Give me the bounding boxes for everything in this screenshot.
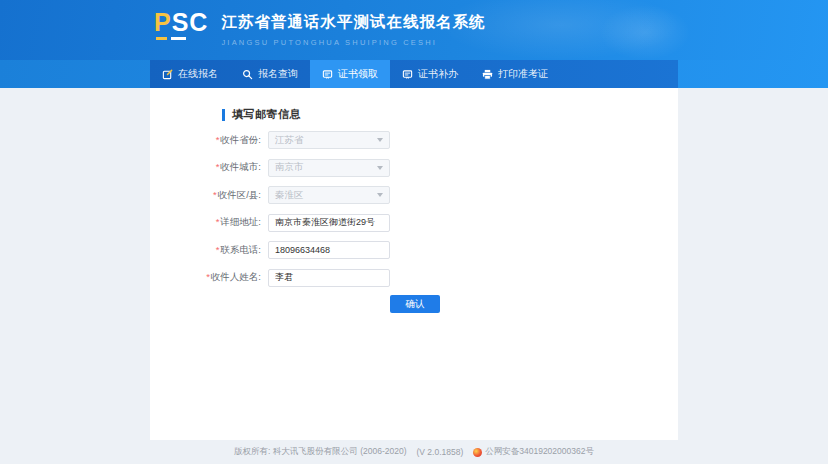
psc-logo: PSC	[154, 9, 208, 40]
chevron-down-icon	[377, 193, 383, 197]
logo-letter-p: P	[154, 8, 172, 36]
form-row-address: *详细地址:	[150, 214, 678, 232]
tab-certificate-collection[interactable]: 证书领取	[310, 60, 390, 88]
nav-band: 在线报名 报名查询 证	[150, 60, 678, 88]
logo-letters-sc: SC	[172, 8, 209, 36]
site-titles: 江苏省普通话水平测试在线报名系统 JIANGSU PUTONGHUA SHUIP…	[221, 9, 485, 47]
logo-underline-yellow	[156, 37, 167, 40]
field-label: *收件省份:	[150, 134, 268, 147]
province-select-value: 江苏省	[275, 134, 304, 147]
certificate-icon	[322, 69, 333, 80]
field-label: *收件区/县:	[150, 189, 268, 202]
section-accent-bar	[222, 109, 225, 121]
field-label: *详细地址:	[150, 216, 268, 229]
beian-text: 公网安备34019202000362号	[485, 446, 594, 458]
brand: PSC 江苏省普通话水平测试在线报名系统 JIANGSU PUTONGHUA S…	[154, 9, 485, 47]
site-subtitle: JIANGSU PUTONGHUA SHUIPING CESHI	[221, 38, 485, 47]
app-window: PSC 江苏省普通话水平测试在线报名系统 JIANGSU PUTONGHUA S…	[0, 0, 828, 464]
form-row-province: *收件省份: 江苏省	[150, 131, 678, 149]
tab-print-admission-ticket[interactable]: 打印准考证	[470, 60, 560, 88]
tab-label: 在线报名	[178, 67, 218, 81]
site-title: 江苏省普通话水平测试在线报名系统	[221, 12, 485, 33]
form-row-recipient-name: *收件人姓名:	[150, 269, 678, 287]
form-row-city: *收件城市: 南京市	[150, 159, 678, 177]
printer-icon	[482, 69, 493, 80]
tab-online-registration[interactable]: 在线报名	[150, 60, 230, 88]
logo-underline-white	[171, 37, 186, 40]
certificate-reissue-icon	[402, 69, 413, 80]
city-select[interactable]: 南京市	[268, 159, 390, 177]
form-row-phone: *联系电话:	[150, 241, 678, 259]
detailed-address-input[interactable]	[268, 214, 390, 232]
beian-link[interactable]: 公网安备34019202000362号	[473, 446, 594, 458]
copyright-text: 版权所有: 科大讯飞股份有限公司 (2006-2020)	[234, 446, 406, 458]
tab-label: 打印准考证	[498, 67, 548, 81]
public-security-badge-icon	[473, 448, 482, 457]
nav-row: 在线报名 报名查询 证	[0, 60, 828, 88]
form-row-district: *收件区/县: 秦淮区	[150, 186, 678, 204]
field-label: *收件城市:	[150, 161, 268, 174]
chevron-down-icon	[377, 166, 383, 170]
required-asterisk: *	[216, 161, 220, 172]
header: PSC 江苏省普通话水平测试在线报名系统 JIANGSU PUTONGHUA S…	[0, 0, 828, 60]
province-select[interactable]: 江苏省	[268, 131, 390, 149]
field-label: *收件人姓名:	[150, 271, 268, 284]
world-map-decoration-2	[600, 5, 690, 60]
district-select-value: 秦淮区	[275, 189, 304, 202]
required-asterisk: *	[206, 271, 210, 282]
confirm-button[interactable]: 确认	[390, 295, 440, 313]
field-label: *联系电话:	[150, 244, 268, 257]
tab-label: 报名查询	[258, 67, 298, 81]
chevron-down-icon	[377, 138, 383, 142]
mailing-info-form: *收件省份: 江苏省 *收件城市: 南京市 *收件区/县: 秦淮区	[150, 131, 678, 296]
district-select[interactable]: 秦淮区	[268, 186, 390, 204]
tab-registration-query[interactable]: 报名查询	[230, 60, 310, 88]
required-asterisk: *	[216, 216, 220, 227]
section-title: 填写邮寄信息	[232, 107, 301, 122]
recipient-name-input[interactable]	[268, 269, 390, 287]
required-asterisk: *	[216, 134, 220, 145]
logo-underline	[156, 37, 208, 40]
search-icon	[242, 69, 253, 80]
required-asterisk: *	[216, 244, 220, 255]
city-select-value: 南京市	[275, 161, 304, 174]
version-text: (V 2.0.1858)	[416, 447, 463, 457]
edit-icon	[162, 69, 173, 80]
tab-certificate-reissue[interactable]: 证书补办	[390, 60, 470, 88]
content-card: 填写邮寄信息 *收件省份: 江苏省 *收件城市: 南京市 *收件区/县:	[150, 88, 678, 440]
tab-label: 证书领取	[338, 67, 378, 81]
logo-text: PSC	[154, 9, 208, 35]
tab-label: 证书补办	[418, 67, 458, 81]
footer: 版权所有: 科大讯飞股份有限公司 (2006-2020) (V 2.0.1858…	[0, 440, 828, 464]
contact-phone-input[interactable]	[268, 241, 390, 259]
section-header: 填写邮寄信息	[222, 107, 301, 122]
required-asterisk: *	[213, 189, 217, 200]
